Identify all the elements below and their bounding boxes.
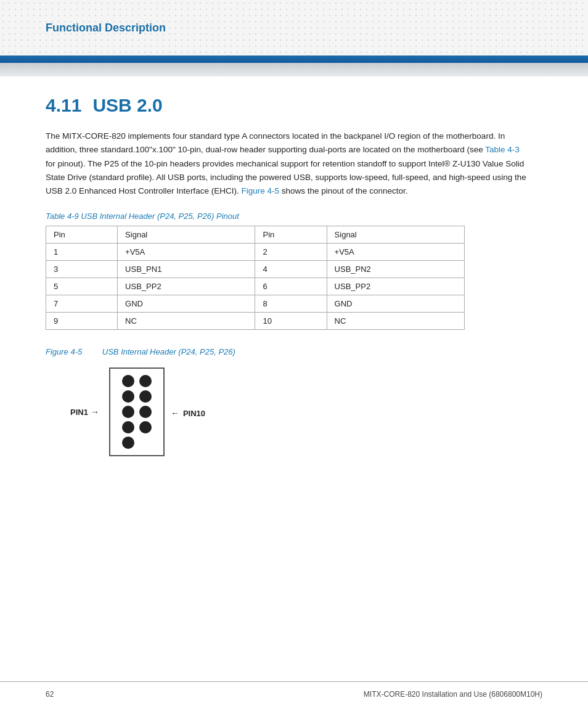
table-row: 1+V5A2+V5A — [46, 244, 465, 261]
table-cell: USB_PN1 — [118, 261, 255, 278]
header-content: Functional Description — [0, 0, 588, 55]
table-cell: USB_PP2 — [327, 278, 464, 295]
gray-band — [0, 63, 588, 76]
document-name: MITX-CORE-820 Installation and Use (6806… — [364, 690, 542, 699]
figure-caption: Figure 4-5 USB Internal Header (P24, P25… — [46, 347, 542, 356]
table-cell: USB_PP2 — [118, 278, 255, 295]
pin-dot — [139, 406, 152, 418]
table-caption: Table 4-9 USB Internal Header (P24, P25,… — [46, 211, 542, 221]
page-footer: 62 MITX-CORE-820 Installation and Use (6… — [0, 681, 588, 706]
pin-empty — [139, 437, 152, 449]
table-cell: USB_PN2 — [327, 261, 464, 278]
col-header-signal2: Signal — [327, 226, 464, 244]
table-cell: 8 — [255, 295, 327, 313]
table-cell: 5 — [46, 278, 118, 295]
pin10-label-area: ← PIN10 — [171, 406, 205, 418]
page-section-title: Functional Description — [46, 22, 166, 35]
connector-box — [109, 367, 165, 456]
col-header-pin2: Pin — [255, 226, 327, 244]
pin-dot — [122, 406, 134, 418]
pin1-label-area: PIN1 → — [70, 407, 99, 417]
body-text-end: shows the pinout of the connector. — [279, 186, 408, 195]
table-cell: 9 — [46, 313, 118, 330]
col-header-signal1: Signal — [118, 226, 255, 244]
pin10-area: ← PIN10 — [171, 408, 205, 418]
col-header-pin1: Pin — [46, 226, 118, 244]
table-row: 7GND8GND — [46, 295, 465, 313]
section-heading: 4.11 USB 2.0 — [46, 95, 542, 116]
figure-caption-text: USB Internal Header (P24, P25, P26) — [102, 347, 235, 356]
pin-dot — [139, 421, 152, 433]
pin1-arrow-icon: → — [91, 407, 99, 417]
table-header-row: Pin Signal Pin Signal — [46, 226, 465, 244]
pin10-arrow-icon: ← — [171, 408, 179, 418]
table-cell: 4 — [255, 261, 327, 278]
page-number: 62 — [46, 690, 54, 699]
pin-row — [115, 421, 158, 433]
table-row: 9NC10NC — [46, 313, 465, 330]
section-number: 4.11 — [46, 95, 81, 116]
figure-caption-spacer — [84, 347, 100, 356]
section-title: USB 2.0 — [92, 95, 162, 116]
pinout-table: Pin Signal Pin Signal 1+V5A2+V5A3USB_PN1… — [46, 226, 465, 330]
table-cell: NC — [327, 313, 464, 330]
connector-diagram: PIN1 → ← PIN10 — [70, 367, 542, 456]
table-cell: +V5A — [118, 244, 255, 261]
table-cell: 2 — [255, 244, 327, 261]
pin-row — [115, 375, 158, 387]
table-cell: 10 — [255, 313, 327, 330]
table-row: 3USB_PN14USB_PN2 — [46, 261, 465, 278]
table-cell: +V5A — [327, 244, 464, 261]
table-cell: GND — [327, 295, 464, 313]
pin-dot — [139, 390, 152, 403]
body-text-start: The MITX-CORE-820 implements four standa… — [46, 131, 505, 154]
table-cell: 3 — [46, 261, 118, 278]
pin-row — [115, 390, 158, 403]
pin-dot — [139, 375, 152, 387]
pin10-text: PIN10 — [183, 409, 205, 418]
table-cell: 6 — [255, 278, 327, 295]
table-4-3-link[interactable]: Table 4-3 — [485, 145, 520, 154]
main-content: 4.11 USB 2.0 The MITX-CORE-820 implement… — [0, 76, 588, 512]
pin-dot — [122, 421, 134, 433]
figure-4-5-link[interactable]: Figure 4-5 — [241, 186, 279, 195]
table-cell: GND — [118, 295, 255, 313]
pin1-text: PIN1 — [70, 408, 88, 417]
table-cell: 7 — [46, 295, 118, 313]
pin-dot — [122, 390, 134, 403]
header-wrapper: Functional Description — [0, 0, 588, 55]
table-cell: NC — [118, 313, 255, 330]
figure-caption-number: Figure 4-5 — [46, 347, 82, 356]
pin-row — [115, 406, 158, 418]
table-cell: 1 — [46, 244, 118, 261]
section-body-paragraph: The MITX-CORE-820 implements four standa… — [46, 129, 526, 198]
pin-dot — [122, 375, 134, 387]
table-row: 5USB_PP26USB_PP2 — [46, 278, 465, 295]
blue-bar — [0, 55, 588, 63]
pin-row — [115, 437, 158, 449]
pinout-table-body: 1+V5A2+V5A3USB_PN14USB_PN25USB_PP26USB_P… — [46, 244, 465, 330]
pin-dot — [122, 437, 134, 449]
